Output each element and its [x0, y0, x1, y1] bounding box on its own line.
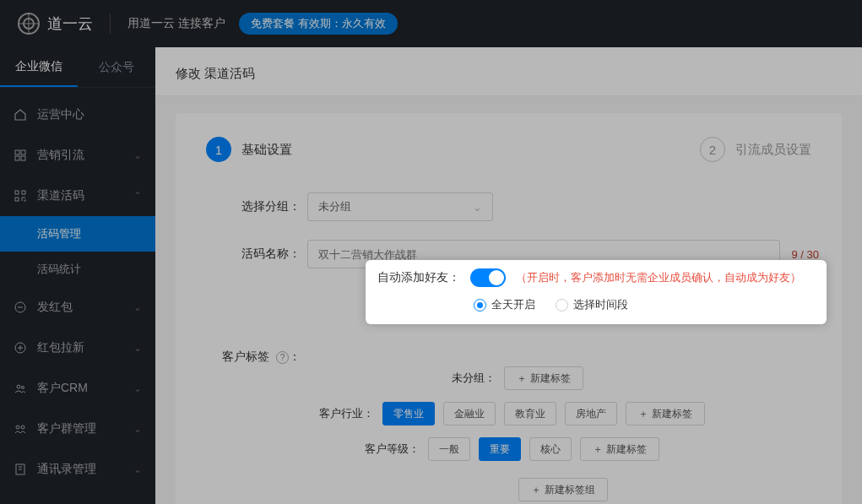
- chevron-down-icon: ⌄: [133, 342, 142, 354]
- header-slogan: 用道一云 连接客户: [127, 16, 225, 31]
- label-customer-tags: 客户标签 ?：: [206, 346, 307, 365]
- chevron-up-icon: ⌃: [133, 190, 142, 202]
- char-count: 9 / 30: [791, 248, 819, 261]
- grid-icon: [14, 149, 27, 162]
- tag-row-label-level: 客户等级：: [359, 442, 420, 457]
- step-2-num: 2: [700, 137, 725, 162]
- page-title: 修改 渠道活码: [155, 47, 862, 96]
- chevron-down-icon: ⌄: [133, 382, 142, 394]
- tag-row-industry: 客户行业： 零售业 金融业 教育业 房地产 ＋新建标签: [206, 402, 811, 425]
- tag-row-ungrouped: 未分组： ＋新建标签: [206, 366, 811, 390]
- toggle-auto-add[interactable]: [470, 268, 506, 287]
- header-divider: [110, 14, 111, 34]
- tag-normal[interactable]: 一般: [428, 437, 470, 461]
- app-header: 道一云 用道一云 连接客户 免费套餐 有效期：永久有效: [0, 0, 862, 47]
- svg-point-14: [21, 425, 24, 429]
- gift-plus-icon: [14, 341, 27, 355]
- chevron-down-icon: ⌄: [133, 301, 142, 313]
- sidebar-item-contacts[interactable]: 通讯录管理 ⌄: [0, 449, 155, 490]
- tag-row-label-ungrouped: 未分组：: [435, 371, 496, 386]
- steps-indicator: 1 基础设置 2 引流成员设置: [206, 137, 811, 162]
- sidebar-item-channel-code[interactable]: 渠道活码 ⌃: [0, 176, 155, 216]
- sidebar-tabs: 企业微信 公众号: [0, 47, 155, 88]
- sidebar-item-group-manage[interactable]: 客户群管理 ⌄: [0, 409, 155, 449]
- svg-point-11: [17, 385, 20, 388]
- svg-rect-2: [15, 150, 19, 154]
- radio-time-range[interactable]: 选择时间段: [556, 297, 628, 312]
- step-2[interactable]: 2 引流成员设置: [700, 137, 811, 162]
- step-2-label: 引流成员设置: [735, 142, 811, 158]
- brand-logo: 道一云: [17, 12, 93, 35]
- tag-core[interactable]: 核心: [529, 437, 572, 461]
- group-icon: [14, 422, 27, 436]
- chevron-down-icon: ⌄: [133, 149, 142, 161]
- tag-row-level: 客户等级： 一般 重要 核心 ＋新建标签: [206, 437, 811, 461]
- users-icon: [14, 382, 27, 395]
- row-code-name: 活码名称： 9 / 30: [206, 240, 811, 268]
- select-group[interactable]: 未分组 ⌄: [307, 192, 493, 221]
- step-1-label: 基础设置: [241, 142, 292, 158]
- svg-point-13: [16, 425, 19, 429]
- main-panel: 修改 渠道活码 1 基础设置 2 引流成员设置 选择分组： 未分组: [155, 47, 862, 504]
- tab-enterprise-wechat[interactable]: 企业微信: [0, 47, 78, 87]
- chevron-down-icon: ⌄: [473, 201, 482, 214]
- tag-realestate[interactable]: 房地产: [565, 402, 617, 425]
- svg-rect-4: [15, 156, 19, 160]
- sidebar-menu: 运营中心 营销引流 ⌄ 渠道活码 ⌃ 活码管理 活码统计 发红包 ⌄ 红包拉新 …: [0, 88, 155, 490]
- gift-icon: [14, 301, 27, 314]
- tag-row-label-industry: 客户行业：: [313, 406, 374, 421]
- label-code-name: 活码名称：: [206, 247, 307, 262]
- chevron-down-icon: ⌄: [133, 463, 142, 475]
- svg-point-12: [22, 387, 24, 389]
- new-tag-group-button[interactable]: ＋新建标签组: [518, 478, 608, 501]
- svg-rect-3: [21, 150, 25, 154]
- sidebar-sub-code-stats[interactable]: 活码统计: [0, 252, 155, 287]
- sidebar-item-red-packet-new[interactable]: 红包拉新 ⌄: [0, 328, 155, 368]
- tags-section: 未分组： ＋新建标签 客户行业： 零售业 金融业 教育业 房地产 ＋新建标签 客…: [314, 366, 811, 501]
- svg-rect-7: [22, 191, 25, 194]
- tag-education[interactable]: 教育业: [504, 402, 556, 425]
- brand-name: 道一云: [47, 14, 93, 34]
- new-tag-button-1[interactable]: ＋新建标签: [626, 402, 705, 425]
- qr-icon: [14, 189, 27, 203]
- plan-badge: 免费套餐 有效期：永久有效: [239, 13, 398, 35]
- row-customer-tags: 客户标签 ?：: [206, 346, 811, 365]
- chevron-down-icon: ⌄: [133, 423, 142, 435]
- sidebar-sub-code-manage[interactable]: 活码管理: [0, 216, 155, 252]
- sidebar-item-customer-crm[interactable]: 客户CRM ⌄: [0, 368, 155, 409]
- input-code-name[interactable]: [307, 240, 780, 268]
- book-icon: [14, 463, 27, 476]
- sidebar-item-red-packet[interactable]: 发红包 ⌄: [0, 287, 155, 328]
- step-1[interactable]: 1 基础设置: [206, 137, 292, 162]
- svg-rect-8: [15, 198, 19, 201]
- help-icon[interactable]: ?: [276, 351, 289, 364]
- tag-important[interactable]: 重要: [479, 437, 521, 461]
- new-tag-button-0[interactable]: ＋新建标签: [504, 366, 583, 390]
- svg-rect-6: [15, 191, 19, 194]
- svg-rect-5: [21, 156, 25, 160]
- sidebar-item-marketing[interactable]: 营销引流 ⌄: [0, 135, 155, 176]
- radio-all-day[interactable]: 全天开启: [474, 297, 535, 312]
- sidebar: 企业微信 公众号 运营中心 营销引流 ⌄ 渠道活码 ⌃ 活码管理 活码统计 发红…: [0, 47, 155, 504]
- row-select-group: 选择分组： 未分组 ⌄: [206, 192, 811, 221]
- label-select-group: 选择分组：: [206, 199, 307, 214]
- sidebar-item-operations[interactable]: 运营中心: [0, 95, 155, 135]
- home-icon: [14, 108, 27, 122]
- tag-retail[interactable]: 零售业: [382, 402, 435, 425]
- tab-public-account[interactable]: 公众号: [78, 47, 155, 87]
- brand-logo-icon: [17, 12, 41, 35]
- step-1-num: 1: [206, 137, 231, 162]
- new-tag-button-2[interactable]: ＋新建标签: [580, 437, 659, 461]
- tag-finance[interactable]: 金融业: [443, 402, 496, 425]
